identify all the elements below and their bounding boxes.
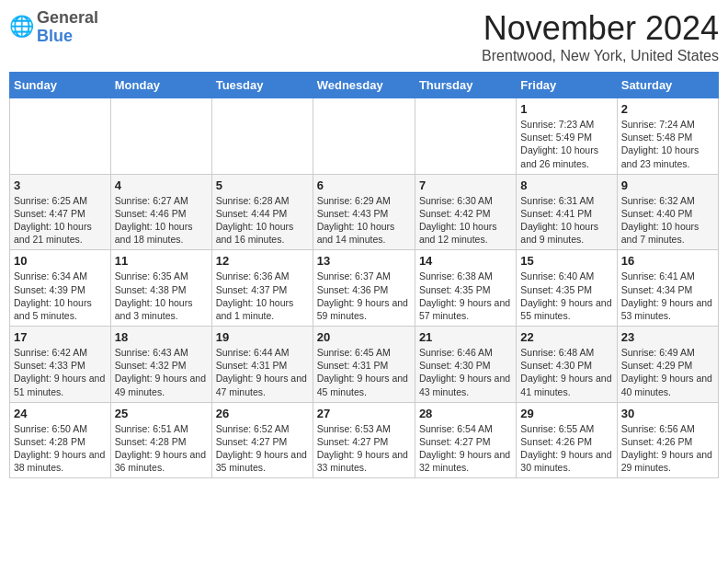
day-info: Sunrise: 6:56 AM Sunset: 4:26 PM Dayligh… [621,422,714,475]
calendar-cell: 6Sunrise: 6:29 AM Sunset: 4:43 PM Daylig… [313,174,415,250]
svg-text:🌐: 🌐 [9,15,35,39]
calendar-cell: 2Sunrise: 7:24 AM Sunset: 5:48 PM Daylig… [617,98,718,175]
calendar-cell: 28Sunrise: 6:54 AM Sunset: 4:27 PM Dayli… [415,402,516,478]
day-number: 20 [317,330,411,344]
day-number: 6 [317,178,411,192]
day-info: Sunrise: 6:53 AM Sunset: 4:27 PM Dayligh… [317,422,411,475]
day-number: 7 [419,178,512,192]
weekday-friday: Friday [517,73,617,98]
day-number: 29 [520,407,612,420]
calendar-week-4: 17Sunrise: 6:42 AM Sunset: 4:33 PM Dayli… [10,327,719,403]
logo: 🌐 General Blue [9,9,98,46]
day-number: 12 [216,254,309,268]
calendar-cell: 14Sunrise: 6:38 AM Sunset: 4:35 PM Dayli… [415,250,516,327]
calendar-week-2: 3Sunrise: 6:25 AM Sunset: 4:47 PM Daylig… [10,174,719,250]
calendar-cell: 26Sunrise: 6:52 AM Sunset: 4:27 PM Dayli… [211,402,313,478]
calendar-cell: 3Sunrise: 6:25 AM Sunset: 4:47 PM Daylig… [10,174,111,250]
calendar-cell [313,98,415,175]
day-number: 9 [621,178,714,192]
weekday-monday: Monday [110,73,211,98]
day-info: Sunrise: 6:34 AM Sunset: 4:39 PM Dayligh… [14,270,107,322]
calendar-cell: 16Sunrise: 6:41 AM Sunset: 4:34 PM Dayli… [617,250,718,327]
day-number: 11 [115,254,208,268]
calendar-cell: 21Sunrise: 6:46 AM Sunset: 4:30 PM Dayli… [415,327,516,403]
calendar-cell: 23Sunrise: 6:49 AM Sunset: 4:29 PM Dayli… [617,327,718,403]
day-info: Sunrise: 7:23 AM Sunset: 5:49 PM Dayligh… [520,118,612,170]
day-info: Sunrise: 6:37 AM Sunset: 4:36 PM Dayligh… [317,270,411,322]
day-info: Sunrise: 6:49 AM Sunset: 4:29 PM Dayligh… [621,346,714,398]
title-block: November 2024 Brentwood, New York, Unite… [482,9,719,64]
calendar-cell: 1Sunrise: 7:23 AM Sunset: 5:49 PM Daylig… [517,98,617,175]
day-number: 14 [419,254,512,268]
day-info: Sunrise: 6:45 AM Sunset: 4:31 PM Dayligh… [317,346,411,398]
day-number: 3 [14,178,107,192]
day-info: Sunrise: 6:36 AM Sunset: 4:37 PM Dayligh… [216,270,309,322]
day-info: Sunrise: 6:44 AM Sunset: 4:31 PM Dayligh… [216,346,309,398]
weekday-tuesday: Tuesday [211,73,313,98]
day-number: 25 [115,407,208,420]
calendar-week-3: 10Sunrise: 6:34 AM Sunset: 4:39 PM Dayli… [10,250,719,327]
day-number: 2 [621,102,714,116]
calendar-cell: 24Sunrise: 6:50 AM Sunset: 4:28 PM Dayli… [10,402,111,478]
day-info: Sunrise: 6:50 AM Sunset: 4:28 PM Dayligh… [14,422,107,475]
calendar-cell: 20Sunrise: 6:45 AM Sunset: 4:31 PM Dayli… [313,327,415,403]
calendar-cell: 10Sunrise: 6:34 AM Sunset: 4:39 PM Dayli… [10,250,111,327]
day-info: Sunrise: 6:54 AM Sunset: 4:27 PM Dayligh… [419,422,512,475]
day-number: 22 [520,330,612,344]
month-title: November 2024 [482,9,719,48]
day-number: 18 [115,330,208,344]
calendar-cell: 29Sunrise: 6:55 AM Sunset: 4:26 PM Dayli… [517,402,617,478]
logo-icon: 🌐 [9,15,35,40]
day-number: 21 [419,330,512,344]
calendar-cell [415,98,516,175]
calendar-cell: 22Sunrise: 6:48 AM Sunset: 4:30 PM Dayli… [517,327,617,403]
calendar-body: 1Sunrise: 7:23 AM Sunset: 5:49 PM Daylig… [10,98,719,478]
day-info: Sunrise: 6:30 AM Sunset: 4:42 PM Dayligh… [419,194,512,247]
calendar-week-1: 1Sunrise: 7:23 AM Sunset: 5:49 PM Daylig… [10,98,719,175]
weekday-saturday: Saturday [617,73,718,98]
day-info: Sunrise: 6:46 AM Sunset: 4:30 PM Dayligh… [419,346,512,398]
day-number: 27 [317,407,411,420]
weekday-wednesday: Wednesday [313,73,415,98]
day-number: 30 [621,407,714,420]
calendar-cell: 18Sunrise: 6:43 AM Sunset: 4:32 PM Dayli… [110,327,211,403]
day-info: Sunrise: 6:55 AM Sunset: 4:26 PM Dayligh… [520,422,612,475]
day-info: Sunrise: 6:35 AM Sunset: 4:38 PM Dayligh… [115,270,208,322]
day-number: 15 [520,254,612,268]
calendar-cell: 17Sunrise: 6:42 AM Sunset: 4:33 PM Dayli… [10,327,111,403]
day-info: Sunrise: 7:24 AM Sunset: 5:48 PM Dayligh… [621,118,714,170]
day-number: 4 [115,178,208,192]
calendar-cell: 8Sunrise: 6:31 AM Sunset: 4:41 PM Daylig… [517,174,617,250]
calendar-cell [110,98,211,175]
calendar-cell: 12Sunrise: 6:36 AM Sunset: 4:37 PM Dayli… [211,250,313,327]
day-info: Sunrise: 6:38 AM Sunset: 4:35 PM Dayligh… [419,270,512,322]
day-info: Sunrise: 6:42 AM Sunset: 4:33 PM Dayligh… [14,346,107,398]
calendar-cell: 13Sunrise: 6:37 AM Sunset: 4:36 PM Dayli… [313,250,415,327]
day-number: 23 [621,330,714,344]
day-info: Sunrise: 6:32 AM Sunset: 4:40 PM Dayligh… [621,194,714,247]
day-number: 8 [520,178,612,192]
calendar-cell: 7Sunrise: 6:30 AM Sunset: 4:42 PM Daylig… [415,174,516,250]
day-number: 17 [14,330,107,344]
day-number: 28 [419,407,512,420]
calendar-cell: 19Sunrise: 6:44 AM Sunset: 4:31 PM Dayli… [211,327,313,403]
calendar-cell: 25Sunrise: 6:51 AM Sunset: 4:28 PM Dayli… [110,402,211,478]
calendar-cell [211,98,313,175]
calendar-cell: 5Sunrise: 6:28 AM Sunset: 4:44 PM Daylig… [211,174,313,250]
calendar-cell: 9Sunrise: 6:32 AM Sunset: 4:40 PM Daylig… [617,174,718,250]
calendar-cell: 27Sunrise: 6:53 AM Sunset: 4:27 PM Dayli… [313,402,415,478]
logo-blue-text: Blue [37,27,73,45]
calendar-cell: 11Sunrise: 6:35 AM Sunset: 4:38 PM Dayli… [110,250,211,327]
calendar-week-5: 24Sunrise: 6:50 AM Sunset: 4:28 PM Dayli… [10,402,719,478]
calendar-cell: 30Sunrise: 6:56 AM Sunset: 4:26 PM Dayli… [617,402,718,478]
day-info: Sunrise: 6:25 AM Sunset: 4:47 PM Dayligh… [14,194,107,247]
day-info: Sunrise: 6:31 AM Sunset: 4:41 PM Dayligh… [520,194,612,247]
calendar-cell: 4Sunrise: 6:27 AM Sunset: 4:46 PM Daylig… [110,174,211,250]
day-info: Sunrise: 6:43 AM Sunset: 4:32 PM Dayligh… [115,346,208,398]
page-header: 🌐 General Blue November 2024 Brentwood, … [9,9,719,64]
day-info: Sunrise: 6:40 AM Sunset: 4:35 PM Dayligh… [520,270,612,322]
day-info: Sunrise: 6:41 AM Sunset: 4:34 PM Dayligh… [621,270,714,322]
day-number: 1 [520,102,612,116]
day-number: 13 [317,254,411,268]
calendar-table: SundayMondayTuesdayWednesdayThursdayFrid… [9,72,719,478]
